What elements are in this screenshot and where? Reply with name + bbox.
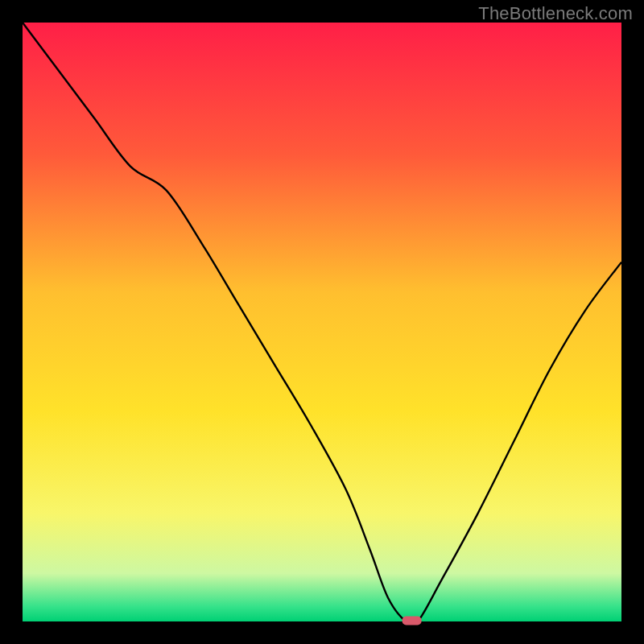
bottleneck-chart <box>0 0 644 644</box>
watermark-text: TheBottleneck.com <box>478 3 633 24</box>
chart-container: { "watermark": "TheBottleneck.com", "cha… <box>0 0 644 644</box>
optimal-point-marker <box>402 617 422 625</box>
plot-background <box>23 23 621 621</box>
